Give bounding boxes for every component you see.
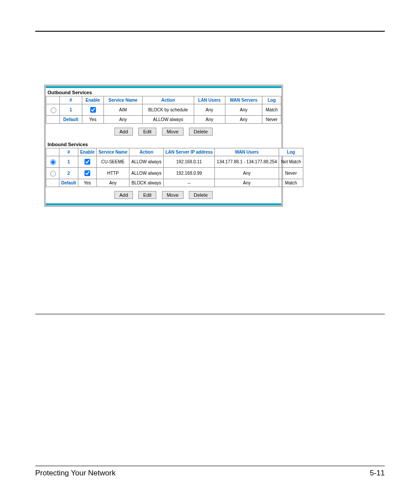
cell-lan-ip: -- — [163, 179, 215, 187]
page-footer: Protecting Your Network 5-11 — [35, 466, 385, 478]
delete-button[interactable]: Delete — [189, 191, 213, 199]
cell-wan: Any — [225, 116, 262, 124]
footer-title: Protecting Your Network — [35, 469, 115, 478]
cell-service: HTTP — [96, 168, 129, 179]
select-radio[interactable] — [51, 107, 56, 113]
cell-action: ALLOW always — [129, 156, 163, 168]
divider-bottom — [46, 203, 281, 205]
outbound-title: Outbound Services — [46, 88, 281, 96]
cell-log: Match — [262, 104, 281, 116]
col-service-name: Service Name — [96, 148, 129, 156]
select-radio[interactable] — [50, 171, 56, 177]
cell-service: AIM — [103, 104, 142, 116]
cell-wan-users: Any — [215, 179, 279, 187]
enable-checkbox[interactable] — [85, 159, 90, 165]
rule-link[interactable]: Default — [61, 180, 76, 185]
inbound-table: # Enable Service Name Action LAN Server … — [46, 148, 303, 187]
cell-service: Any — [103, 116, 142, 124]
col-num: # — [59, 148, 78, 156]
page-number: 5-11 — [370, 469, 385, 478]
table-row: 1 AIM BLOCK by schedule Any Any Match — [46, 104, 281, 116]
enable-checkbox[interactable] — [85, 170, 90, 176]
col-select — [46, 96, 60, 104]
cell-log: Match — [279, 179, 303, 187]
cell-wan: Any — [225, 104, 262, 116]
col-log: Log — [279, 148, 303, 156]
col-enable: Enable — [82, 96, 103, 104]
outbound-buttons: Add Edit Move Delete — [46, 124, 281, 140]
inbound-title: Inbound Services — [46, 140, 281, 148]
outbound-table: # Enable Service Name Action LAN Users W… — [46, 96, 281, 124]
table-row: 1 CU-SEEME ALLOW always 192.168.0.11 134… — [46, 156, 303, 168]
move-button[interactable]: Move — [162, 191, 184, 199]
cell-log: Never — [262, 116, 281, 124]
move-button[interactable]: Move — [162, 128, 184, 136]
col-lan-users: LAN Users — [194, 96, 225, 104]
cell-wan-users: Any — [215, 168, 279, 179]
cell-lan: Any — [194, 116, 225, 124]
firewall-rules-panel: Outbound Services # Enable Service Name … — [44, 85, 283, 207]
cell-log: Never — [279, 168, 303, 179]
delete-button[interactable]: Delete — [189, 128, 213, 136]
col-select — [46, 148, 59, 156]
cell-wan-users: 134.177.88.1 - 134.177.88.254 — [215, 156, 279, 168]
table-row: 2 HTTP ALLOW always 192.168.0.99 Any Nev… — [46, 168, 303, 179]
inbound-buttons: Add Edit Move Delete — [46, 187, 281, 203]
cell-action: ALLOW always — [142, 116, 194, 124]
rule-link[interactable]: 1 — [67, 159, 70, 164]
inbound-header-row: # Enable Service Name Action LAN Server … — [46, 148, 303, 156]
cell-action: BLOCK by schedule — [142, 104, 194, 116]
col-action: Action — [129, 148, 163, 156]
col-enable: Enable — [78, 148, 96, 156]
table-row: Default Yes Any ALLOW always Any Any Nev… — [46, 116, 281, 124]
mid-rule — [35, 314, 385, 314]
edit-button[interactable]: Edit — [138, 128, 156, 136]
rule-link[interactable]: 1 — [70, 107, 72, 112]
col-wan-servers: WAN Servers — [225, 96, 262, 104]
cell-action: ALLOW always — [129, 168, 163, 179]
col-num: # — [60, 96, 82, 104]
select-radio[interactable] — [50, 159, 56, 165]
cell-service: CU-SEEME — [96, 156, 129, 168]
col-lan-server-ip: LAN Server IP address — [163, 148, 215, 156]
col-wan-users: WAN Users — [215, 148, 279, 156]
cell-enable: Yes — [82, 116, 103, 124]
rule-link[interactable]: Default — [63, 117, 78, 122]
col-service-name: Service Name — [103, 96, 142, 104]
add-button[interactable]: Add — [114, 128, 133, 136]
cell-log: Not Match — [279, 156, 303, 168]
enable-checkbox[interactable] — [90, 107, 96, 113]
cell-enable: Yes — [78, 179, 96, 187]
cell-lan-ip: 192.168.0.99 — [163, 168, 215, 179]
cell-action: BLOCK always — [129, 179, 163, 187]
cell-service: Any — [96, 179, 129, 187]
col-action: Action — [142, 96, 194, 104]
rule-link[interactable]: 2 — [67, 171, 70, 176]
header-rule — [35, 31, 385, 32]
cell-lan-ip: 192.168.0.11 — [163, 156, 215, 168]
add-button[interactable]: Add — [114, 191, 133, 199]
col-log: Log — [262, 96, 281, 104]
table-row: Default Yes Any BLOCK always -- Any Matc… — [46, 179, 303, 187]
cell-lan: Any — [194, 104, 225, 116]
edit-button[interactable]: Edit — [138, 191, 156, 199]
outbound-header-row: # Enable Service Name Action LAN Users W… — [46, 96, 281, 104]
